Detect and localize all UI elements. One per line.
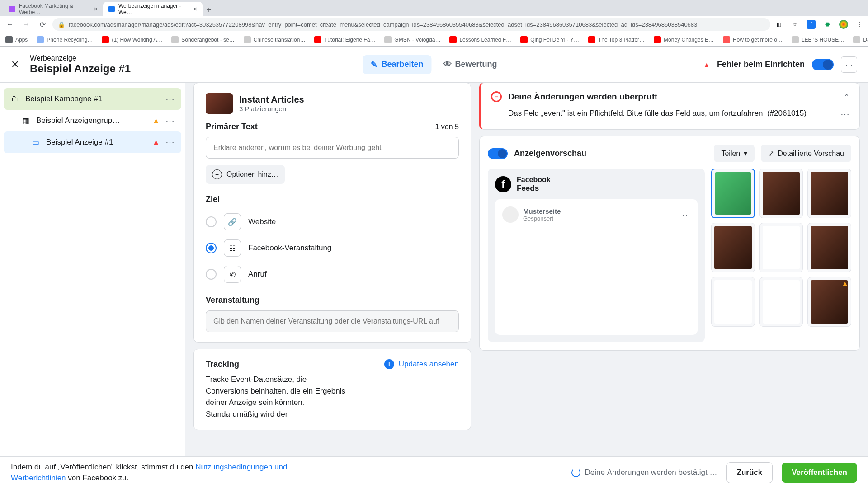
bookmark-item[interactable]: Qing Fei De Yi - Y… — [520, 36, 579, 43]
bookmark-item[interactable]: Datenschutz – Re… — [853, 36, 868, 43]
footer-text: von Facebook zu. — [66, 474, 129, 482]
new-tab-button[interactable]: + — [203, 4, 215, 16]
back-icon[interactable]: ← — [4, 18, 16, 31]
placement-thumb[interactable]: ▲ — [807, 277, 851, 327]
placement-thumb[interactable] — [760, 277, 803, 327]
browser-tab[interactable]: Facebook Marketing & Werbe… × — [4, 2, 103, 16]
plus-icon: + — [212, 169, 222, 179]
address-bar[interactable]: 🔒 facebook.com/adsmanager/manage/ads/edi… — [52, 18, 770, 31]
bookmark-label: How to get more o… — [733, 37, 783, 43]
extension-icon[interactable]: ⬣ — [823, 20, 832, 29]
menu-icon[interactable]: ⋮ — [855, 20, 864, 29]
status-toggle[interactable] — [812, 59, 834, 70]
publish-button[interactable]: Veröffentlichen — [782, 463, 857, 483]
placement-subtitle: 3 Platzierungen — [239, 105, 304, 113]
app-header: ✕ Werbeanzeige Beispiel Anzeige #1 ✎ Bea… — [0, 47, 868, 83]
profile-icon[interactable] — [839, 20, 848, 29]
event-input[interactable] — [206, 310, 459, 332]
placement-thumb[interactable] — [711, 277, 755, 327]
updates-link[interactable]: i Updates ansehen — [384, 359, 459, 369]
bookmark-item[interactable]: Tutorial: Eigene Fa… — [314, 36, 375, 43]
radio-label: Anruf — [248, 270, 267, 279]
back-button[interactable]: Zurück — [726, 462, 773, 483]
tab-review[interactable]: 👁 Bewertung — [435, 55, 505, 74]
bookmark-icon — [171, 36, 179, 43]
bookmark-item[interactable]: GMSN - Vologda… — [384, 36, 440, 43]
browser-chrome: Facebook Marketing & Werbe… × Werbeanzei… — [0, 0, 868, 47]
placement-thumb[interactable] — [760, 169, 803, 218]
browser-tab-active[interactable]: Werbeanzeigenmanager - We… × — [103, 2, 203, 16]
tab-label: Werbeanzeigenmanager - We… — [118, 3, 190, 15]
bookmark-item[interactable]: Lessons Learned F… — [449, 36, 511, 43]
bookmark-icon — [449, 36, 457, 43]
placement-thumb[interactable] — [807, 169, 851, 218]
more-icon[interactable]: ⋯ — [165, 137, 175, 148]
more-icon[interactable]: ⋯ — [840, 108, 849, 121]
tree-campaign[interactable]: 🗀 Beispiel Kampagne #1 ⋯ — [4, 88, 181, 110]
placement-thumb[interactable] — [760, 223, 803, 272]
header-subtitle: Werbeanzeige — [30, 54, 131, 62]
radio-button[interactable] — [206, 216, 217, 227]
bookmark-icon — [244, 36, 251, 43]
add-options-button[interactable]: + Optionen hinz… — [206, 165, 285, 184]
primary-text-header: Primärer Text 1 von 5 — [206, 122, 459, 131]
bookmark-icon — [723, 36, 730, 43]
star-icon[interactable]: ☆ — [790, 20, 799, 29]
bookmark-icon — [792, 36, 799, 43]
forward-icon[interactable]: → — [20, 18, 33, 31]
bookmark-label: Qing Fei De Yi - Y… — [530, 37, 579, 43]
bookmark-icon — [588, 36, 595, 43]
instant-articles-row[interactable]: Instant Articles 3 Platzierungen — [206, 93, 459, 114]
page-name: Musterseite — [523, 207, 561, 215]
tab-edit[interactable]: ✎ Bearbeiten — [363, 55, 431, 74]
extension-icon[interactable]: f — [807, 20, 816, 29]
placement-thumb[interactable] — [711, 169, 755, 218]
page-title: Beispiel Anzeige #1 — [30, 62, 131, 75]
bookmark-item[interactable]: LEE 'S HOUSE… — [792, 36, 844, 43]
tab-label: Bewertung — [455, 60, 497, 69]
share-button[interactable]: Teilen ▾ — [714, 145, 755, 162]
more-icon[interactable]: ⋯ — [682, 210, 690, 220]
close-button[interactable]: ✕ — [11, 59, 19, 70]
calendar-icon: ☷ — [224, 239, 241, 257]
radio-button[interactable] — [206, 243, 217, 253]
bookmark-item[interactable]: Apps — [5, 36, 28, 43]
info-icon: i — [384, 359, 394, 369]
button-label: Teilen — [721, 150, 740, 158]
sponsored-label: Gesponsert — [523, 215, 561, 222]
destination-website[interactable]: 🔗 Website — [206, 209, 459, 235]
placement-thumb[interactable] — [807, 223, 851, 272]
placement-thumbnails: ▲ — [711, 169, 851, 342]
more-menu-button[interactable]: ⋯ — [841, 56, 857, 73]
form-panel: Instant Articles 3 Platzierungen Primäre… — [185, 83, 479, 457]
close-icon[interactable]: × — [94, 5, 98, 13]
placement-thumb[interactable] — [711, 223, 755, 272]
tree-ad[interactable]: ▭ Beispiel Anzeige #1 ▲ ⋯ — [4, 131, 181, 153]
bookmark-item[interactable]: Chinese translation… — [244, 36, 306, 43]
bookmark-item[interactable]: Phone Recycling… — [37, 36, 93, 43]
destination-call[interactable]: ✆ Anruf — [206, 261, 459, 287]
bookmark-item[interactable]: The Top 3 Platfor… — [588, 36, 645, 43]
tab-strip: Facebook Marketing & Werbe… × Werbeanzei… — [0, 0, 868, 16]
preview-toggle[interactable] — [488, 148, 508, 159]
extension-icon[interactable]: ◧ — [774, 20, 783, 29]
bookmark-item[interactable]: Sonderangebot - se… — [171, 36, 234, 43]
campaign-tree: 🗀 Beispiel Kampagne #1 ⋯ ▦ Beispiel Anze… — [0, 83, 185, 457]
more-icon[interactable]: ⋯ — [165, 94, 175, 104]
close-icon[interactable]: × — [193, 5, 197, 13]
destination-fb-event[interactable]: ☷ Facebook-Veranstaltung — [206, 235, 459, 261]
reload-icon[interactable]: ⟳ — [36, 18, 49, 31]
radio-button[interactable] — [206, 269, 217, 280]
bookmark-item[interactable]: Money Changes E… — [654, 36, 714, 43]
detailed-preview-button[interactable]: ⤢ Detaillierte Vorschau — [761, 145, 851, 162]
tree-adset[interactable]: ▦ Beispiel Anzeigengrup… ▲ ⋯ — [4, 110, 181, 131]
bookmark-item[interactable]: How to get more o… — [723, 36, 783, 43]
bookmark-label: Lessons Learned F… — [459, 37, 511, 43]
more-icon[interactable]: ⋯ — [165, 115, 175, 126]
primary-text-input[interactable] — [206, 137, 459, 159]
bookmark-icon — [654, 36, 661, 43]
bookmark-item[interactable]: (1) How Working A… — [102, 36, 162, 43]
placement-thumbnail — [206, 93, 233, 114]
bookmark-label: LEE 'S HOUSE… — [802, 37, 844, 43]
chevron-up-icon[interactable]: ⌃ — [844, 93, 849, 101]
